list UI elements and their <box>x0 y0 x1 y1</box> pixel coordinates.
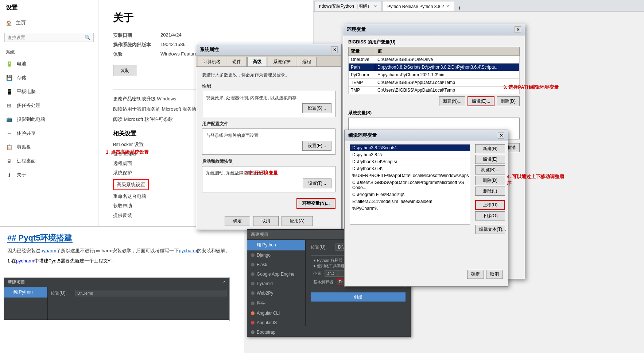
np-item-sci[interactable]: 科学 <box>247 298 305 308</box>
user-edit-btn[interactable]: 编辑(E)... <box>468 96 494 106</box>
home-icon: 🏠 <box>6 20 12 26</box>
np-item-pyramid[interactable]: Pyramid <box>247 279 305 288</box>
blog-title-link[interactable]: ## Pyqt5环境搭建 <box>7 233 73 243</box>
np-item-angular[interactable]: Angular CLI <box>247 308 305 318</box>
sys-properties-dialog: 系统属性 ✕ 计算机名 硬件 高级 系统保护 远程 要进行大多数更改，你必须作为… <box>196 44 342 230</box>
edit-env-item-7[interactable]: E:\altera\13.1\modelsim_ase\win32aloem <box>350 198 470 205</box>
browser-tab-0-close[interactable]: ✕ <box>374 4 377 9</box>
tab-system-protect[interactable]: 系统保护 <box>268 57 296 66</box>
mini-left-python[interactable]: 纯 Python <box>4 287 47 298</box>
blog-numbered-1: 1 在pycharm中搭建Pyqt5需要先新建一个工程文件 <box>7 258 237 264</box>
np-item-gae[interactable]: Google App Engine <box>247 269 305 279</box>
sidebar-item-clipboard[interactable]: 📋 剪贴板 <box>0 140 98 154</box>
user-env-row-1[interactable]: Path D:\python3.8.2\Scripts;D:\python3.8… <box>349 64 520 71</box>
sys-properties-close[interactable]: ✕ <box>331 46 338 53</box>
env-vars-titlebar: 环境变量 ✕ <box>343 24 525 35</box>
pycharm-link[interactable]: pycharm <box>179 248 197 253</box>
pyharm-link[interactable]: pyharm <box>40 248 56 253</box>
mini-project-close[interactable]: × <box>223 279 226 285</box>
sidebar-item-tablet[interactable]: 📱 平板电脑 <box>0 85 98 99</box>
np-pyramid-dot <box>251 282 255 285</box>
edit-env-item-4[interactable]: %USERPROFILE%\AppData\Local\Microsoft\Wi… <box>350 172 470 179</box>
env-vars-close[interactable]: ✕ <box>515 26 521 33</box>
user-env-row-3[interactable]: TEMP C:\Users\BIGBISS\AppData\Local\Temp <box>349 79 520 87</box>
edit-env-item-8[interactable]: %PyCharm% <box>350 205 470 212</box>
user-env-row-0[interactable]: OneDrive C:\Users\BIGBISS\OneDrive <box>349 56 520 64</box>
remote-icon: 🖥 <box>6 158 12 164</box>
edit-cancel-btn[interactable]: 取消 <box>486 270 503 279</box>
sidebar-item-remote[interactable]: 🖥 远程桌面 <box>0 154 98 168</box>
edit-up-btn[interactable]: 上移(U) <box>475 200 505 210</box>
edit-text-btn[interactable]: 编辑文本(T)... <box>475 225 505 234</box>
np-item-flask[interactable]: Flask <box>247 260 305 269</box>
sidebar-item-project[interactable]: 📺 投影到此电脑 <box>0 112 98 126</box>
tab-computer-name[interactable]: 计算机名 <box>198 57 226 66</box>
tab-remote[interactable]: 远程 <box>297 57 317 66</box>
sidebar-item-storage[interactable]: 💾 存储 <box>0 71 98 85</box>
edit-ok-btn[interactable]: 确定 <box>467 270 484 279</box>
np-location2-label: 位置: <box>313 271 322 276</box>
np-item-bootstrap[interactable]: Bootstrap <box>247 327 305 337</box>
user-env-var-1: Path <box>349 64 375 71</box>
browser-tab-1-close[interactable]: ✕ <box>446 4 449 9</box>
np-item-django[interactable]: Django <box>247 250 305 260</box>
share-icon: ↔ <box>6 130 12 137</box>
np-item-angularjs[interactable]: AngularJS <box>247 318 305 327</box>
sidebar-item-battery[interactable]: 🔋 电池 <box>0 57 98 71</box>
sidebar-item-about[interactable]: ℹ 关于 <box>0 168 98 182</box>
np-python-label: 纯 Python <box>257 242 276 248</box>
edit-env-item-5[interactable]: C:\Users\BIGBISS\AppData\Local\Programs\… <box>350 179 470 191</box>
np-location-label: 位置(U): <box>311 244 333 250</box>
perf-settings-btn[interactable]: 设置(S)... <box>302 103 331 113</box>
edit-env-item-3[interactable]: D:\Python3.6.4\ <box>350 165 470 172</box>
search-box[interactable]: 🔍 <box>4 33 94 42</box>
tablet-label: 平板电脑 <box>17 88 36 95</box>
edit-env-item-1[interactable]: D:\python3.8.2\ <box>350 151 470 158</box>
advanced-settings-link[interactable]: 高级系统设置 <box>113 179 149 190</box>
edit-edit-btn[interactable]: 编辑(E) <box>475 155 505 164</box>
sys-ok-btn[interactable]: 确定 <box>225 216 250 226</box>
var-col-header: 变量 <box>349 47 375 56</box>
mini-location-input[interactable] <box>75 290 226 296</box>
settings-header: 设置 <box>0 0 98 16</box>
mini-project-window: 新建项目 × 纯 Python 位置(U): <box>4 277 230 321</box>
browser-tab-0[interactable]: ndows安装Python（图解） ✕ <box>314 1 382 11</box>
home-nav-item[interactable]: 🏠 主页 <box>0 16 98 30</box>
profile-settings-btn[interactable]: 设置(E)... <box>302 141 331 151</box>
tab-hardware[interactable]: 硬件 <box>227 57 247 66</box>
new-tab-btn[interactable]: + <box>455 5 464 11</box>
sys-cancel-btn[interactable]: 取消 <box>253 216 279 226</box>
sys-apply-btn[interactable]: 应用(A) <box>282 216 313 226</box>
np-django-dot <box>251 253 255 257</box>
np-create-btn[interactable]: 创建 <box>311 292 406 302</box>
np-item-web2py[interactable]: Web2Py <box>247 288 305 298</box>
env-vars-button[interactable]: 环境变量(N)... <box>296 198 335 209</box>
mini-location-label: 位置(U): <box>51 290 73 296</box>
edit-browse-btn[interactable]: 浏览(B)... <box>475 165 505 174</box>
edit-down-btn[interactable]: 下移(O) <box>475 211 505 220</box>
sidebar-item-multitask[interactable]: ⊞ 多任务处理 <box>0 99 98 112</box>
user-env-row-2[interactable]: PyCharm E:\pycharm\PyCharm 2021.1.3\bin; <box>349 71 520 79</box>
user-new-btn[interactable]: 新建(N)... <box>439 96 466 106</box>
copy-button[interactable]: 复制 <box>113 65 137 76</box>
sidebar-item-share[interactable]: ↔ 体验共享 <box>0 126 98 140</box>
np-item-python[interactable]: 纯 Python <box>247 240 305 250</box>
edit-delete-btn[interactable]: 删除(D) <box>475 176 505 185</box>
search-input[interactable] <box>8 35 85 40</box>
edit-env-close[interactable]: ✕ <box>498 132 504 139</box>
startup-settings-btn[interactable]: 设置(T)... <box>303 179 331 188</box>
user-delete-btn[interactable]: 删除(D) <box>497 96 520 106</box>
tab-advanced[interactable]: 高级 <box>247 57 267 66</box>
user-env-row-4[interactable]: TMP C:\Users\BIGBISS\AppData\Local\Temp <box>349 87 520 94</box>
edit-new-btn[interactable]: 新建(N) <box>475 144 505 153</box>
pycharm-link2[interactable]: pycharm <box>16 258 34 264</box>
edit-env-item-6[interactable]: C:\Program Files\Bandizip\ <box>350 191 470 198</box>
about-title: 关于 <box>113 11 299 25</box>
browser-tab-1[interactable]: Python Release Python 3.8.2 ✕ <box>383 1 454 11</box>
blog-title: ## Pyqt5环境搭建 <box>7 233 237 243</box>
edit-delete-l-btn[interactable]: 删除(L) <box>475 187 505 196</box>
edit-env-item-0[interactable]: D:\python3.8.2\Scripts\ <box>350 145 470 151</box>
np-flask-dot <box>251 263 255 266</box>
edit-env-item-2[interactable]: D:\Python3.6.4\Scripts\ <box>350 158 470 165</box>
install-date-label: 安装日期 <box>113 32 160 39</box>
